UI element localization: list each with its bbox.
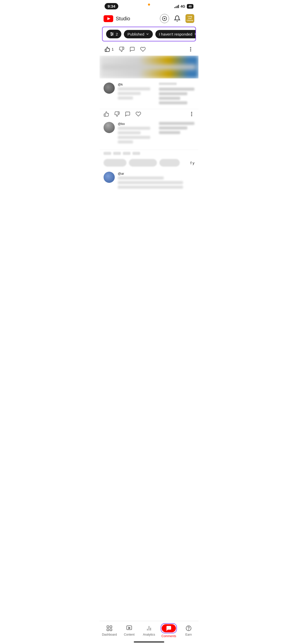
dislike-action[interactable]	[119, 46, 124, 52]
first-comment: @k	[100, 79, 198, 109]
published-label: Published	[127, 32, 144, 36]
filter-count-chip[interactable]: 2	[106, 30, 121, 38]
responded-filter-chip[interactable]: I haven't responded	[155, 30, 196, 38]
second-comment-text-1	[118, 127, 150, 130]
signal-bar-1	[174, 7, 175, 8]
second-comment-text-4	[118, 140, 133, 143]
pill-row: f y	[100, 157, 198, 169]
filter-count: 2	[116, 32, 118, 36]
responded-label: I haven't responded	[159, 32, 192, 36]
notifications-button[interactable]	[173, 14, 182, 23]
more-vertical-2-icon	[189, 111, 194, 117]
reply-action[interactable]	[129, 46, 135, 52]
second-actions-blurred	[104, 152, 140, 155]
third-comment-header: @ar	[104, 172, 194, 190]
second-commenter-username: @bo	[118, 122, 156, 126]
thumbs-down-outline-icon	[114, 111, 120, 117]
pill-1	[104, 159, 126, 167]
more-vertical-icon	[188, 46, 193, 52]
blurred-action-2	[113, 152, 121, 155]
second-comment-text-2	[118, 131, 141, 134]
youtube-logo-icon	[104, 15, 113, 22]
bell-icon	[174, 15, 180, 22]
signal-bar-2	[176, 6, 176, 8]
add-button[interactable]	[160, 14, 169, 23]
blurred-action-3	[123, 152, 130, 155]
pill-2	[129, 159, 157, 167]
filter-bar: 2 Published I haven't responded	[102, 27, 196, 41]
heart-outline-icon	[136, 111, 141, 117]
video-thumbnail	[100, 56, 198, 78]
first-comment-text-2	[118, 92, 141, 95]
fy-area: f y	[182, 159, 194, 167]
svg-point-9	[112, 34, 113, 35]
battery: 49	[187, 4, 193, 9]
reply-icon	[129, 46, 135, 52]
first-heart-action[interactable]	[136, 111, 141, 117]
status-right: 4G 49	[174, 4, 193, 9]
app-header: Studio LongLiveCinema	[100, 11, 198, 26]
comment-meta-blurred	[159, 83, 177, 85]
second-aside-blur-3	[159, 131, 180, 134]
svg-point-17	[191, 114, 192, 115]
plus-icon	[162, 16, 167, 21]
chevron-down-icon	[146, 32, 149, 36]
third-comment-text-1	[118, 176, 164, 180]
second-comment-aside	[159, 122, 194, 134]
third-comment-text-3	[118, 186, 183, 189]
thumbs-up-outline-icon	[104, 111, 109, 117]
first-like-action[interactable]	[104, 111, 109, 117]
svg-point-10	[111, 35, 112, 36]
aside-blur-4	[159, 101, 187, 104]
second-comment-text-3	[118, 136, 150, 139]
signal-bar-4	[178, 5, 179, 8]
heart-action[interactable]	[140, 46, 146, 52]
third-comment-text-2	[118, 181, 183, 184]
svg-point-15	[190, 51, 191, 51]
aside-blur-1	[159, 88, 194, 91]
first-more-action[interactable]	[189, 111, 194, 117]
more-action[interactable]	[188, 46, 193, 52]
filter-sliders-icon	[110, 32, 114, 36]
status-time: 9:34	[105, 3, 118, 9]
heart-icon	[140, 46, 146, 52]
app-title: Studio	[116, 16, 130, 22]
notification-dot	[148, 4, 150, 6]
second-comment-header: @bo	[104, 122, 194, 145]
second-comment-body: @bo	[118, 122, 156, 145]
third-commenter-username: @ar	[118, 172, 194, 175]
second-comment-actions	[100, 150, 198, 157]
thumbs-down-icon	[119, 46, 124, 52]
first-commenter-avatar	[104, 83, 115, 94]
first-comment-text-1	[118, 87, 150, 90]
video-title-blurred	[102, 65, 196, 69]
content-area: 1	[100, 44, 198, 220]
blurred-action-4	[133, 152, 140, 155]
first-reply-action[interactable]	[125, 111, 130, 117]
svg-point-14	[190, 49, 191, 50]
second-comment: @bo	[100, 119, 198, 150]
aside-blur-2	[159, 92, 187, 95]
second-aside-blur-1	[159, 122, 194, 125]
user-avatar[interactable]: LongLiveCinema	[185, 14, 194, 23]
video-thumbnail-row	[100, 56, 198, 78]
close-filter-icon[interactable]	[194, 32, 196, 36]
second-aside-blur-2	[159, 126, 187, 130]
published-filter-chip[interactable]: Published	[124, 30, 153, 38]
network-label: 4G	[180, 4, 185, 8]
pill-3	[159, 159, 180, 167]
signal-bar-3	[177, 6, 178, 8]
third-comment: @ar	[100, 169, 198, 195]
first-comment-text-3	[118, 96, 133, 100]
first-comment-body: @k	[118, 83, 156, 101]
aside-blur-3	[159, 97, 180, 100]
logo-area: Studio	[104, 15, 130, 22]
thumbs-up-icon	[105, 46, 110, 52]
svg-point-18	[191, 115, 192, 116]
svg-point-8	[111, 33, 112, 33]
like-count: 1	[112, 47, 114, 51]
like-action[interactable]: 1	[105, 46, 114, 52]
third-commenter-avatar	[104, 172, 115, 183]
first-dislike-action[interactable]	[114, 111, 120, 117]
status-bar: 9:34 4G 49	[100, 0, 198, 11]
